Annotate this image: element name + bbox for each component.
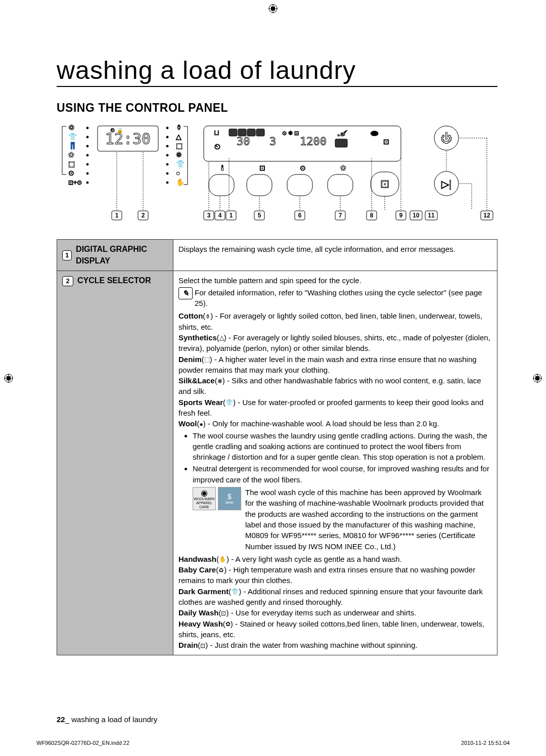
svg-text:♻: ♻ xyxy=(68,124,75,131)
svg-text:✋: ✋ xyxy=(176,178,185,187)
wool-icon: ● xyxy=(199,420,203,429)
woolmark-silver-badge: $ silver xyxy=(218,487,241,510)
cotton-icon: ⚱ xyxy=(205,313,210,321)
svg-text:✿: ✿ xyxy=(68,151,74,159)
cycle-silklace-name: Silk&Lace xyxy=(178,376,215,385)
cycle-synthetics-text: - For averagely or lightly soiled blouse… xyxy=(178,333,490,352)
row-label: DIGITAL GRAPHIC DISPLAY xyxy=(76,244,168,266)
svg-text:8: 8 xyxy=(370,212,374,219)
darkgarment-icon: 👕 xyxy=(231,588,239,596)
cycle-cotton-text: - For averagely or lightly soiled cotton… xyxy=(178,312,482,331)
row-number: 2 xyxy=(62,276,73,286)
row-body: Displays the remaining wash cycle time, … xyxy=(173,240,497,271)
cycle-synthetics-name: Synthetics xyxy=(178,333,217,342)
svg-text:⏻: ⏻ xyxy=(441,132,452,145)
svg-text:9: 9 xyxy=(399,212,403,219)
woolmark-badge: ◉ WOOLMARK APPAREL CARE xyxy=(193,487,216,510)
row-body: Select the tumble pattern and spin speed… xyxy=(173,271,497,655)
cycle-silklace-text: - Silks and other handwashable fabrics w… xyxy=(178,376,481,395)
svg-point-20 xyxy=(86,136,88,138)
svg-text:🌡: 🌡 xyxy=(219,164,226,172)
cycle-handwash-name: Handwash xyxy=(178,555,216,563)
dailywash-icon: ⊡ xyxy=(221,609,226,618)
svg-rect-3 xyxy=(271,7,275,11)
svg-text:⊡: ⊡ xyxy=(380,177,389,190)
section-heading: USING THE CONTROL PANEL xyxy=(57,101,497,115)
wool-bullet: Neutral detergent is recommended for woo… xyxy=(193,463,492,485)
cycle-wool-name: Wool xyxy=(178,419,197,428)
footer-text: washing a load of laundry xyxy=(71,715,157,724)
svg-text:6: 6 xyxy=(298,212,302,219)
babycare-icon: ♻ xyxy=(218,566,224,575)
svg-text:👕: 👕 xyxy=(68,132,77,141)
svg-text:3: 3 xyxy=(207,212,211,219)
silklace-icon: ❋ xyxy=(217,377,222,386)
print-file: WF9602SQR-02776D-02_EN.indd 22 xyxy=(36,740,129,746)
svg-text:❋: ❋ xyxy=(176,151,182,159)
svg-text:⊔: ⊔ xyxy=(214,128,219,137)
svg-point-29 xyxy=(166,127,168,129)
svg-rect-46 xyxy=(229,129,237,136)
svg-text:👕: 👕 xyxy=(176,160,185,168)
cycle-handwash-text: - A very light wash cycle as gentle as a… xyxy=(229,555,402,563)
page-title: washing a load of laundry xyxy=(57,56,497,87)
cycle-denim-text: - A higher water level in the main wash … xyxy=(178,355,477,374)
cycle-heavywash-text: - Stained or heavy soiled cottons,bed li… xyxy=(178,619,484,639)
svg-text:5: 5 xyxy=(258,212,261,219)
svg-rect-7 xyxy=(7,376,11,380)
svg-text:⚱: ⚱ xyxy=(176,124,182,131)
svg-text:⊙ ❄ ⊡: ⊙ ❄ ⊡ xyxy=(282,130,299,136)
synthetics-icon: △ xyxy=(219,334,224,342)
svg-text:✿: ✿ xyxy=(340,164,346,172)
heavywash-icon: ✿ xyxy=(225,620,231,629)
svg-text:⊡: ⊡ xyxy=(383,138,389,146)
svg-text:△: △ xyxy=(176,132,181,141)
svg-rect-62 xyxy=(209,174,234,196)
svg-text:3: 3 xyxy=(269,135,276,148)
svg-text:12: 12 xyxy=(483,212,490,219)
svg-text:10: 10 xyxy=(413,212,420,219)
handwash-icon: ✋ xyxy=(219,555,226,564)
svg-text:⊡: ⊡ xyxy=(259,164,265,172)
svg-text:⬚: ⬚ xyxy=(176,142,183,150)
svg-rect-55 xyxy=(335,139,347,147)
svg-rect-49 xyxy=(256,129,264,136)
svg-text:●: ● xyxy=(176,169,180,177)
crop-mark-right xyxy=(533,374,542,383)
cycle-denim-name: Denim xyxy=(178,355,202,364)
svg-point-21 xyxy=(86,145,88,147)
cycle-sportswear-name: Sports Wear xyxy=(178,398,223,407)
print-metadata: WF9602SQR-02776D-02_EN.indd 22 2010-11-2… xyxy=(36,740,510,746)
svg-text:2: 2 xyxy=(142,212,145,219)
cycle-babycare-name: Baby Care xyxy=(178,565,216,574)
table-row: 1 DIGITAL GRAPHIC DISPLAY Displays the r… xyxy=(57,240,497,271)
denim-icon: ⬚ xyxy=(204,355,210,364)
table-row: 2 CYCLE SELECTOR Select the tumble patte… xyxy=(57,271,497,655)
page-footer: 22_ washing a load of laundry xyxy=(57,715,157,724)
svg-point-22 xyxy=(86,154,88,156)
cycle-drain-name: Drain xyxy=(178,641,198,649)
cycle-heavywash-name: Heavy Wash xyxy=(178,619,223,628)
cycle-drain-text: - Just drain the water from washing mach… xyxy=(208,641,417,649)
cycle-intro: Select the tumble pattern and spin speed… xyxy=(178,275,492,286)
svg-rect-64 xyxy=(287,174,312,196)
row-label: CYCLE SELECTOR xyxy=(77,275,151,287)
svg-point-30 xyxy=(166,136,168,138)
svg-text:▷|: ▷| xyxy=(441,179,451,190)
svg-text:4: 4 xyxy=(218,212,222,219)
svg-rect-63 xyxy=(247,174,272,196)
svg-point-33 xyxy=(166,163,168,165)
cycle-dailywash-text: - Use for everyday items such as underwe… xyxy=(229,608,416,617)
svg-point-24 xyxy=(86,172,88,174)
svg-rect-65 xyxy=(328,174,353,196)
cycle-sportswear-text: - Use for water-proofed or proofed garme… xyxy=(178,398,483,417)
svg-point-31 xyxy=(166,145,168,147)
row-number: 1 xyxy=(62,250,72,260)
page-number: 22 xyxy=(57,715,65,724)
svg-text:👖: 👖 xyxy=(68,142,77,150)
crop-mark-top xyxy=(268,4,278,13)
cycle-dailywash-name: Daily Wash xyxy=(178,608,218,617)
svg-point-35 xyxy=(166,182,168,184)
svg-text:⊡+⊙: ⊡+⊙ xyxy=(68,179,82,186)
svg-text:⏲: ⏲ xyxy=(214,143,221,151)
